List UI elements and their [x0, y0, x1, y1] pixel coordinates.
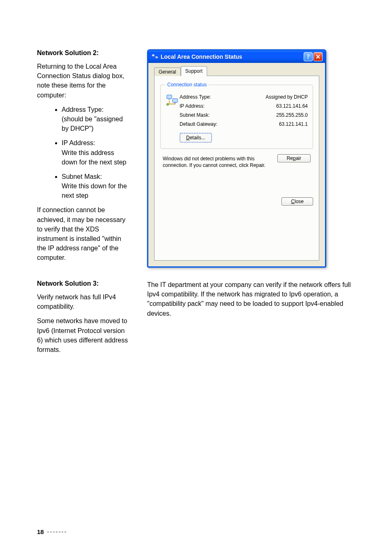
bullet1-title: Address Type: [62, 106, 104, 113]
repair-text: Windows did not detect problems with thi… [163, 155, 267, 169]
subnet-value: 255.255.255.0 [276, 112, 308, 118]
solution2-intro: Returning to the Local Area Connection S… [37, 62, 131, 100]
status-icon [166, 92, 180, 108]
addrtype-value: Assigned by DHCP [265, 94, 308, 100]
solution3-heading: Network Solution 3: [37, 280, 131, 287]
bullet2-title: IP Address: [62, 139, 95, 146]
bullet2-desc: Write this address down for the next ste… [62, 149, 126, 166]
connection-status-dialog: Local Area Connection Status ? Gene [147, 49, 326, 268]
svg-rect-0 [152, 54, 154, 56]
network-icon [152, 53, 158, 60]
ip-value: 63.121.141.64 [276, 103, 308, 109]
solution3-p2: Some networks have moved to Ipv6 (Intern… [37, 316, 131, 354]
addrtype-label: Address Type: [180, 94, 211, 100]
help-button[interactable]: ? [304, 52, 313, 61]
svg-point-11 [167, 104, 169, 106]
bullet3-title: Subnet Mask: [62, 173, 102, 180]
solution2-outro: If connection cannot be achieved, it may… [37, 205, 131, 262]
svg-rect-10 [174, 102, 176, 103]
connection-status-group: Connection status [160, 82, 313, 149]
footer-dots-icon [47, 531, 66, 533]
bullet1-desc: (should be "assigned by DHCP") [62, 116, 123, 132]
close-button[interactable]: Close [281, 197, 313, 206]
tab-general[interactable]: General [154, 67, 181, 76]
solution2-bullets: Address Type: (should be "assigned by DH… [37, 105, 131, 201]
page-footer: 18 [37, 528, 66, 535]
details-button[interactable]: Details... [180, 133, 212, 143]
close-x-button[interactable] [314, 52, 323, 61]
solution3-right: The IT department at your company can ve… [147, 280, 355, 318]
connection-status-legend: Connection status [166, 82, 208, 88]
page-number: 18 [37, 528, 44, 535]
svg-rect-9 [168, 99, 171, 99]
solution2-heading: Network Solution 2: [37, 49, 131, 57]
svg-rect-7 [167, 95, 172, 99]
bullet3-desc: Write this down for the next step [62, 183, 127, 199]
tab-support[interactable]: Support [181, 66, 207, 76]
svg-rect-8 [173, 99, 178, 102]
dialog-titlebar[interactable]: Local Area Connection Status ? [148, 51, 325, 63]
ip-label: IP Address: [180, 103, 205, 109]
gateway-label: Default Gateway: [180, 121, 217, 127]
solution3-p1: Verify network has full IPv4 compatibili… [37, 292, 131, 311]
gateway-value: 63.121.141.1 [279, 121, 308, 127]
repair-button[interactable]: Repair [277, 154, 311, 162]
dialog-title: Local Area Connection Status [161, 53, 304, 60]
subnet-label: Subnet Mask: [180, 112, 210, 118]
